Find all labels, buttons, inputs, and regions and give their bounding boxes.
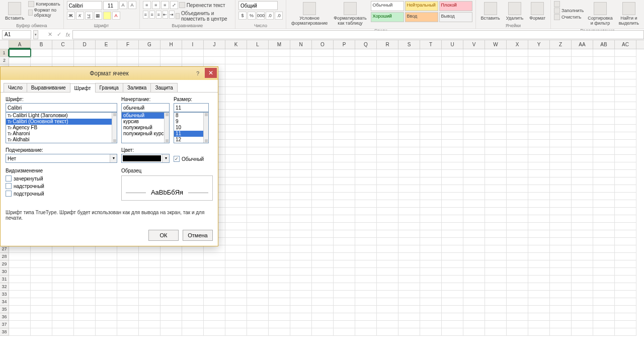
cell[interactable]: [572, 170, 593, 177]
cell[interactable]: [507, 170, 528, 177]
cell[interactable]: [204, 49, 225, 57]
cell[interactable]: [117, 57, 139, 64]
cell[interactable]: [290, 276, 312, 283]
cell[interactable]: [463, 102, 485, 110]
column-header-J[interactable]: J: [204, 40, 225, 49]
cell[interactable]: [593, 87, 615, 95]
cell[interactable]: [225, 79, 247, 87]
cell[interactable]: [334, 306, 355, 313]
cell[interactable]: [31, 283, 52, 291]
cell[interactable]: [334, 57, 355, 64]
cell[interactable]: [377, 170, 398, 177]
font-color-button[interactable]: A: [112, 12, 120, 20]
cell[interactable]: [485, 147, 507, 155]
cell[interactable]: [615, 321, 636, 328]
cell[interactable]: [312, 298, 334, 306]
cell[interactable]: [225, 193, 247, 200]
column-header-R[interactable]: R: [377, 40, 398, 49]
cell[interactable]: [442, 245, 463, 253]
cell[interactable]: [247, 185, 269, 193]
cell[interactable]: [572, 64, 593, 72]
cell[interactable]: [290, 298, 312, 306]
cell[interactable]: [572, 79, 593, 87]
cell[interactable]: [355, 117, 377, 125]
cell[interactable]: [225, 125, 247, 132]
cell[interactable]: [550, 140, 572, 147]
column-header-V[interactable]: V: [463, 40, 485, 49]
percent-button[interactable]: %: [248, 12, 256, 20]
cell[interactable]: [615, 147, 636, 155]
cell[interactable]: [442, 291, 463, 298]
cell[interactable]: [96, 57, 117, 64]
cell[interactable]: [160, 260, 182, 268]
cell[interactable]: [377, 260, 398, 268]
cell[interactable]: [398, 185, 420, 193]
style-output[interactable]: Вывод: [439, 12, 472, 22]
cell[interactable]: [269, 125, 290, 132]
cell[interactable]: [615, 291, 636, 298]
cell[interactable]: [550, 125, 572, 132]
cell[interactable]: [355, 238, 377, 245]
cell[interactable]: [290, 79, 312, 87]
cell[interactable]: [485, 57, 507, 64]
select-all-corner[interactable]: [0, 40, 9, 49]
cell[interactable]: [528, 238, 550, 245]
style-list-scrollbar[interactable]: [164, 113, 169, 143]
cell[interactable]: [572, 215, 593, 223]
cell[interactable]: [507, 49, 528, 57]
cell[interactable]: [463, 321, 485, 328]
cell[interactable]: [398, 328, 420, 336]
cell[interactable]: [420, 117, 442, 125]
cell[interactable]: [31, 291, 52, 298]
cell[interactable]: [182, 298, 204, 306]
cell[interactable]: [74, 306, 96, 313]
cell[interactable]: [31, 260, 52, 268]
cell[interactable]: [139, 291, 160, 298]
delete-cells-button[interactable]: Удалить: [504, 1, 525, 22]
cell[interactable]: [398, 200, 420, 208]
cell[interactable]: [485, 306, 507, 313]
orientation-button[interactable]: ⤢: [170, 1, 178, 9]
cell[interactable]: [225, 49, 247, 57]
cell[interactable]: [442, 268, 463, 276]
cell[interactable]: [615, 223, 636, 230]
cell[interactable]: [615, 49, 636, 57]
cell[interactable]: [550, 260, 572, 268]
cell[interactable]: [334, 253, 355, 260]
cell[interactable]: [550, 238, 572, 245]
cell[interactable]: [398, 87, 420, 95]
merge-center-button[interactable]: Объединить и поместить в центре: [176, 11, 232, 22]
cell[interactable]: [420, 79, 442, 87]
cell[interactable]: [485, 193, 507, 200]
cell[interactable]: [52, 245, 74, 253]
cell[interactable]: [442, 208, 463, 215]
cell[interactable]: [485, 283, 507, 291]
cell[interactable]: [355, 306, 377, 313]
cell[interactable]: [442, 155, 463, 162]
cell[interactable]: [615, 125, 636, 132]
cell[interactable]: [334, 245, 355, 253]
cell[interactable]: [507, 140, 528, 147]
cell[interactable]: [550, 223, 572, 230]
cell[interactable]: [9, 268, 31, 276]
dialog-tab-1[interactable]: Выравнивание: [27, 83, 70, 92]
cell[interactable]: [398, 170, 420, 177]
cell[interactable]: [507, 253, 528, 260]
cell[interactable]: [377, 162, 398, 170]
cell[interactable]: [528, 283, 550, 291]
cell[interactable]: [312, 170, 334, 177]
cell[interactable]: [247, 268, 269, 276]
cell[interactable]: [615, 72, 636, 79]
cell[interactable]: [615, 306, 636, 313]
cell[interactable]: [593, 79, 615, 87]
cell[interactable]: [225, 313, 247, 321]
cell[interactable]: [204, 57, 225, 64]
cell[interactable]: [572, 253, 593, 260]
cell[interactable]: [182, 268, 204, 276]
cell[interactable]: [593, 57, 615, 64]
cell[interactable]: [442, 215, 463, 223]
cell[interactable]: [463, 140, 485, 147]
cell[interactable]: [485, 125, 507, 132]
cell[interactable]: [463, 200, 485, 208]
cell[interactable]: [528, 208, 550, 215]
